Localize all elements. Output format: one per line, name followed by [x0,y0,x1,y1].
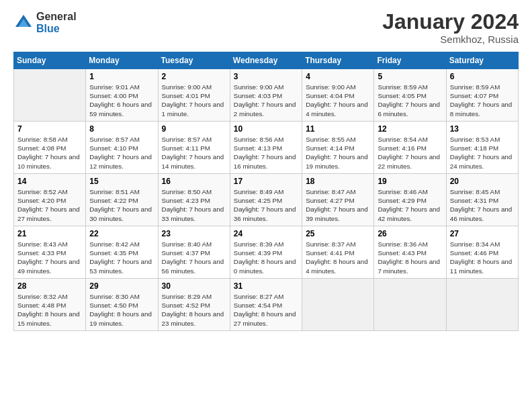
day-info: Sunrise: 8:54 AMSunset: 4:16 PMDaylight:… [378,135,442,171]
day-number: 1 [89,72,154,81]
day-info: Sunrise: 8:27 AMSunset: 4:54 PMDaylight:… [234,292,298,328]
calendar-cell: 13Sunrise: 8:53 AMSunset: 4:18 PMDayligh… [446,122,518,174]
calendar-cell: 25Sunrise: 8:37 AMSunset: 4:41 PMDayligh… [302,226,374,279]
calendar-cell: 11Sunrise: 8:55 AMSunset: 4:14 PMDayligh… [302,122,374,174]
calendar-cell: 18Sunrise: 8:47 AMSunset: 4:27 PMDayligh… [302,174,374,226]
day-info: Sunrise: 8:39 AMSunset: 4:39 PMDaylight:… [234,240,298,275]
day-info: Sunrise: 8:46 AMSunset: 4:29 PMDaylight:… [378,187,442,223]
calendar-row: 28Sunrise: 8:32 AMSunset: 4:48 PMDayligh… [14,279,519,331]
day-info: Sunrise: 8:34 AMSunset: 4:46 PMDaylight:… [450,240,515,275]
day-number: 11 [306,124,370,134]
day-number: 5 [378,72,442,81]
day-number: 16 [162,177,226,186]
day-number: 29 [89,281,154,291]
logo: General Blue [13,11,77,34]
calendar-cell: 20Sunrise: 8:45 AMSunset: 4:31 PMDayligh… [446,174,518,226]
day-number: 31 [234,281,298,291]
day-number: 2 [162,72,226,81]
calendar-cell: 8Sunrise: 8:57 AMSunset: 4:10 PMDaylight… [86,122,158,174]
day-number: 4 [306,72,370,81]
calendar-cell: 21Sunrise: 8:43 AMSunset: 4:33 PMDayligh… [14,226,86,279]
day-number: 28 [17,281,82,291]
calendar-cell: 9Sunrise: 8:57 AMSunset: 4:11 PMDaylight… [158,122,230,174]
calendar-row: 7Sunrise: 8:58 AMSunset: 4:08 PMDaylight… [14,122,519,174]
day-info: Sunrise: 8:51 AMSunset: 4:22 PMDaylight:… [89,187,154,223]
calendar-cell: 1Sunrise: 9:01 AMSunset: 4:00 PMDaylight… [86,69,158,122]
calendar-cell: 24Sunrise: 8:39 AMSunset: 4:39 PMDayligh… [230,226,302,279]
header-cell-friday: Friday [374,52,446,69]
day-number: 24 [234,229,298,238]
day-info: Sunrise: 8:29 AMSunset: 4:52 PMDaylight:… [162,292,226,328]
day-number: 9 [162,124,226,134]
day-number: 10 [234,124,298,134]
header-cell-sunday: Sunday [14,52,86,69]
day-info: Sunrise: 8:59 AMSunset: 4:05 PMDaylight:… [378,83,442,118]
calendar-cell: 23Sunrise: 8:40 AMSunset: 4:37 PMDayligh… [158,226,230,279]
day-info: Sunrise: 8:36 AMSunset: 4:43 PMDaylight:… [378,240,442,275]
day-info: Sunrise: 8:55 AMSunset: 4:14 PMDaylight:… [306,135,370,171]
day-number: 20 [450,177,515,186]
calendar-row: 14Sunrise: 8:52 AMSunset: 4:20 PMDayligh… [14,174,519,226]
day-info: Sunrise: 8:52 AMSunset: 4:20 PMDaylight:… [17,187,82,223]
header-cell-thursday: Thursday [302,52,374,69]
day-info: Sunrise: 8:30 AMSunset: 4:50 PMDaylight:… [89,292,154,328]
calendar-row: 21Sunrise: 8:43 AMSunset: 4:33 PMDayligh… [14,226,519,279]
calendar-cell: 28Sunrise: 8:32 AMSunset: 4:48 PMDayligh… [14,279,86,331]
day-info: Sunrise: 9:01 AMSunset: 4:00 PMDaylight:… [89,83,154,118]
day-number: 18 [306,177,370,186]
calendar-row: 1Sunrise: 9:01 AMSunset: 4:00 PMDaylight… [14,69,519,122]
day-number: 14 [17,177,82,186]
day-info: Sunrise: 8:43 AMSunset: 4:33 PMDaylight:… [17,240,82,275]
calendar-body: 1Sunrise: 9:01 AMSunset: 4:00 PMDaylight… [14,69,519,331]
calendar-cell: 30Sunrise: 8:29 AMSunset: 4:52 PMDayligh… [158,279,230,331]
day-number: 19 [378,177,442,186]
day-info: Sunrise: 8:32 AMSunset: 4:48 PMDaylight:… [17,292,82,328]
day-info: Sunrise: 8:59 AMSunset: 4:07 PMDaylight:… [450,83,515,118]
day-number: 21 [17,229,82,238]
day-info: Sunrise: 8:37 AMSunset: 4:41 PMDaylight:… [306,240,370,275]
calendar-cell: 4Sunrise: 9:00 AMSunset: 4:04 PMDaylight… [302,69,374,122]
month-title: January 2024 [382,11,519,32]
calendar-cell: 14Sunrise: 8:52 AMSunset: 4:20 PMDayligh… [14,174,86,226]
day-number: 17 [234,177,298,186]
calendar-cell: 27Sunrise: 8:34 AMSunset: 4:46 PMDayligh… [446,226,518,279]
day-info: Sunrise: 8:56 AMSunset: 4:13 PMDaylight:… [234,135,298,171]
calendar-cell: 29Sunrise: 8:30 AMSunset: 4:50 PMDayligh… [86,279,158,331]
calendar-cell: 10Sunrise: 8:56 AMSunset: 4:13 PMDayligh… [230,122,302,174]
day-info: Sunrise: 9:00 AMSunset: 4:01 PMDaylight:… [162,83,226,118]
calendar-cell: 17Sunrise: 8:49 AMSunset: 4:25 PMDayligh… [230,174,302,226]
calendar-cell [446,279,518,331]
calendar-cell [14,69,86,122]
day-number: 26 [378,229,442,238]
calendar-cell: 31Sunrise: 8:27 AMSunset: 4:54 PMDayligh… [230,279,302,331]
logo-text: General Blue [36,11,77,34]
day-info: Sunrise: 8:42 AMSunset: 4:35 PMDaylight:… [89,240,154,275]
calendar-cell: 7Sunrise: 8:58 AMSunset: 4:08 PMDaylight… [14,122,86,174]
calendar-cell: 26Sunrise: 8:36 AMSunset: 4:43 PMDayligh… [374,226,446,279]
day-info: Sunrise: 8:40 AMSunset: 4:37 PMDaylight:… [162,240,226,275]
calendar-cell [374,279,446,331]
day-number: 8 [89,124,154,134]
day-number: 25 [306,229,370,238]
calendar-cell: 19Sunrise: 8:46 AMSunset: 4:29 PMDayligh… [374,174,446,226]
day-info: Sunrise: 8:50 AMSunset: 4:23 PMDaylight:… [162,187,226,223]
calendar-cell: 3Sunrise: 9:00 AMSunset: 4:03 PMDaylight… [230,69,302,122]
header-cell-tuesday: Tuesday [158,52,230,69]
calendar-cell: 16Sunrise: 8:50 AMSunset: 4:23 PMDayligh… [158,174,230,226]
location: Semkhoz, Russia [382,34,519,45]
day-number: 3 [234,72,298,81]
title-block: January 2024 Semkhoz, Russia [382,11,519,45]
day-info: Sunrise: 8:47 AMSunset: 4:27 PMDaylight:… [306,187,370,223]
calendar-cell: 5Sunrise: 8:59 AMSunset: 4:05 PMDaylight… [374,69,446,122]
day-number: 27 [450,229,515,238]
header: General Blue January 2024 Semkhoz, Russi… [13,11,519,45]
calendar-cell: 22Sunrise: 8:42 AMSunset: 4:35 PMDayligh… [86,226,158,279]
day-info: Sunrise: 8:53 AMSunset: 4:18 PMDaylight:… [450,135,515,171]
day-info: Sunrise: 9:00 AMSunset: 4:04 PMDaylight:… [306,83,370,118]
logo-icon [13,13,34,33]
day-number: 23 [162,229,226,238]
calendar-header: SundayMondayTuesdayWednesdayThursdayFrid… [14,52,519,69]
calendar-cell: 15Sunrise: 8:51 AMSunset: 4:22 PMDayligh… [86,174,158,226]
day-number: 15 [89,177,154,186]
logo-blue: Blue [36,23,77,35]
